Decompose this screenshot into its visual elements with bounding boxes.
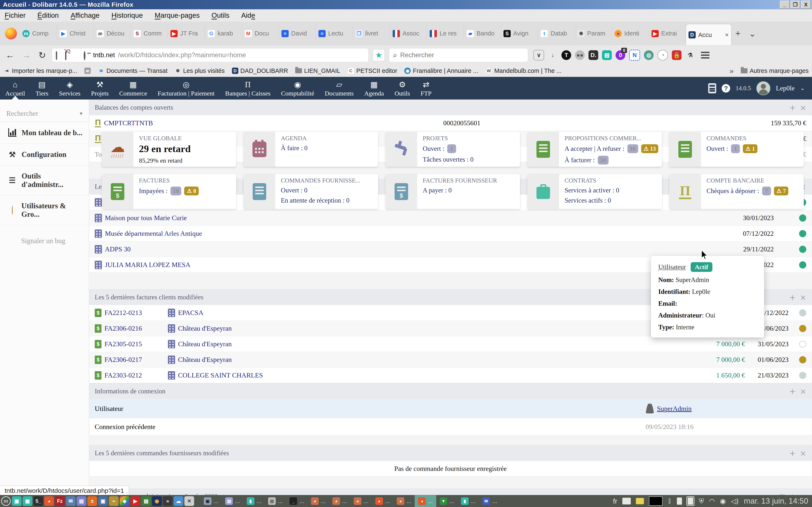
invoice-link[interactable]: FA2306-0217 [104,356,168,363]
card-projets[interactable]: PROJETSOuvert :1Tâches ouvertes : 0 [386,132,520,167]
taskbar-win-purple-doc[interactable]: ▤... [222,495,243,507]
menu-édition[interactable]: Édition [38,11,59,19]
green-globe-icon[interactable]: ◍ [644,50,654,60]
card-contrats[interactable]: CONTRATSServices à activer : 0Services a… [527,174,662,209]
taskbar-win-firefox-5[interactable]: ◕... [393,495,415,507]
main-menu-agenda[interactable]: ▦Agenda [359,77,389,100]
taskbar-win-gray-doc[interactable]: ▤... [265,495,286,507]
launcher-flame-app[interactable]: ◉ [152,496,162,506]
reload-button[interactable]: ↻ [37,50,48,60]
tab-param[interactable]: ✱Param [575,24,612,43]
menu-fichier[interactable]: Fichier [5,11,26,19]
display-settings-icon[interactable] [622,498,631,504]
move-icon[interactable]: + [790,387,796,396]
letter-d-icon[interactable]: D. [589,50,598,60]
tab-close-icon[interactable]: × [725,31,729,39]
card-agenda[interactable]: AGENDAÀ faire : 0 [244,132,378,167]
tab-christ[interactable]: ▶Christ [57,24,94,43]
letter-t-icon[interactable]: T [561,50,571,60]
orbs-icon[interactable]: ●● [575,50,585,60]
launcher-calculator[interactable]: ± [87,496,97,506]
firefox-icon[interactable] [5,28,17,40]
zero-badge-icon[interactable]: 00 [616,50,625,60]
tab-identi[interactable]: ●Identi [612,24,649,43]
close-icon[interactable]: × [800,449,806,458]
launcher-filezilla[interactable]: Fz [55,496,65,506]
tab-bando[interactable]: ▰Bando [464,24,501,43]
card-propositions-commer-[interactable]: PROPOSITIONS COMMER...A accepter | A ref… [527,132,662,167]
launcher-mint-menu[interactable]: m [1,496,11,506]
key-icon[interactable] [84,52,90,58]
main-menu-commerce[interactable]: ▦Commerce [114,77,152,100]
shield-icon[interactable] [56,52,62,58]
bookmark-star-icon[interactable]: ★ [373,49,385,61]
bookmark-mandelbulb-com-the-[interactable]: WMandelbulb.com | The ... [485,67,561,74]
download-icon[interactable]: ↓ [548,50,558,60]
report-bug-link[interactable]: Signaler un bug [0,225,89,245]
card-vue-globale[interactable]: ☁//////VUE GLOBALE29 en retard85,29% en … [102,132,236,167]
taskbar-win-green-shield[interactable]: ▼... [436,495,458,507]
back-button[interactable]: ← [4,50,16,60]
close-button[interactable]: X [801,1,811,9]
main-menu-outils[interactable]: ⚙Outils [389,77,415,100]
tab-datab[interactable]: tDatab [538,24,575,43]
card-commandes-fournisse-[interactable]: COMMANDES FOURNISSE...Ouvert : 0En atten… [244,174,378,209]
move-icon[interactable]: + [790,449,796,458]
card-factures[interactable]: FACTURESImpayées :10⚠ 8 [102,174,236,209]
tab-docu[interactable]: MDocu [242,24,279,43]
client-link[interactable]: JULIA MARIA LOPEZ MESA [105,261,190,269]
client-link[interactable]: Château d'Espeyran [178,340,232,348]
sidebar-item-configuration[interactable]: ⚒Configuration [0,144,89,166]
wifi-icon[interactable]: ◠ [709,497,715,505]
tab-accu[interactable]: DAccu× [686,24,731,45]
chevron-down-icon[interactable]: ⌄ [800,85,805,92]
tab-livret[interactable]: ❒livret [353,24,390,43]
invoice-link[interactable]: FA2303-0212 [104,372,168,379]
invoice-link[interactable]: FA2306-0216 [104,325,168,332]
tab-avign[interactable]: SAvign [501,24,538,43]
minimize-button[interactable]: _ [780,1,790,9]
taskbar-win-firefox-2[interactable]: ◕... [329,495,350,507]
permissions-icon[interactable] [74,52,81,58]
bookmark-framalibre-annuaire-[interactable]: ◉Framalibre | Annuaire ... [404,67,478,74]
screen-preview[interactable] [649,496,662,506]
invoice-link[interactable]: FA2212-0213 [104,309,168,317]
sidebar-item-utilisateurs-gro-[interactable]: Utilisateurs & Gro... [0,195,89,225]
card-compte-bancaire[interactable]: ΠCOMPTE BANCAIREChèques à déposer :7⚠ 7 [669,174,804,209]
close-icon[interactable]: × [800,387,806,396]
taskbar-win-firefox-4[interactable]: ◕... [372,495,393,507]
taskbar-win-teal-box[interactable]: ▮... [243,495,265,507]
help-icon[interactable]: ? [722,84,730,93]
tab-le-res[interactable]: Le res [427,24,464,43]
launcher-media-player[interactable]: ▶ [131,496,140,506]
tab-assoc[interactable]: Assoc [390,24,427,43]
user-link[interactable]: SuperAdmin [657,405,692,412]
tab-list-button[interactable]: ⌄ [745,29,760,39]
bluetooth-icon[interactable]: ᛒ [668,497,672,505]
notes-icon[interactable] [636,498,644,504]
clipboard-icon[interactable] [687,497,694,505]
menu-icon[interactable] [701,55,709,56]
floppy-icon[interactable]: ▤ [602,50,612,60]
invoice-link[interactable]: FA2305-0215 [104,340,168,348]
search-box[interactable]: ⌕ Rechercher [389,48,528,62]
tab-jt-fra[interactable]: ▶JT Fra [168,24,205,43]
main-menu-projets[interactable]: ⚒Projets [86,77,114,100]
url-bar[interactable]: tntb.net/work/D/htdocs/index.php?mainmen… [52,48,368,62]
account-link[interactable]: CMPTCRTTNTB [104,119,153,127]
move-icon[interactable]: + [790,103,796,112]
client-link[interactable]: Maison pour tous Marie Curie [105,214,187,222]
client-link[interactable]: COLLEGE SAINT CHARLES [178,372,263,379]
volume-icon[interactable]: ◁) [731,497,739,505]
keyboard-layout[interactable]: fr [613,497,617,505]
bookmark-icon[interactable]: æ [84,68,91,74]
taskbar-win-dark-terminal[interactable]: _... [286,495,307,507]
launcher-mail[interactable]: ✉ [66,496,75,506]
close-icon[interactable]: × [800,293,806,302]
launcher-quotes-app[interactable]: » [163,496,172,506]
menu-aide[interactable]: Aide [241,11,255,19]
launcher-green-doc[interactable]: ▤ [141,496,151,506]
menu-affichage[interactable]: Affichage [70,11,100,19]
calculator-icon[interactable] [708,83,716,93]
tab-karab[interactable]: Gkarab [205,24,242,43]
